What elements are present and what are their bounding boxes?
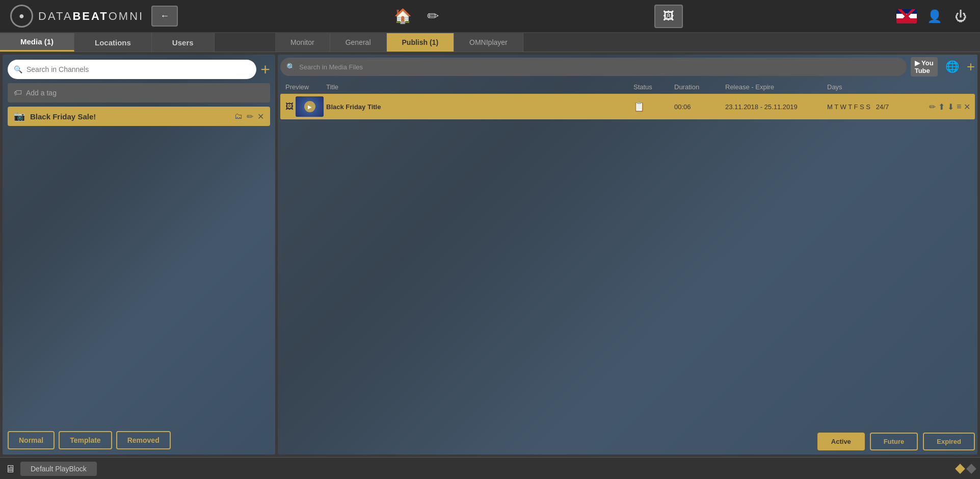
main-content: 🔍 + 🏷 Add a tag 📷 Black Friday Sale! 🗂 ✏ [0, 52, 980, 457]
tab-general[interactable]: General [330, 33, 387, 52]
row-days: M T W T F S S 24/7 [827, 103, 929, 111]
right-tabs: Monitor General Publish (1) OMNIplayer [275, 33, 980, 52]
future-filter-button[interactable]: Future [870, 433, 918, 450]
search-icon: 🔍 [14, 65, 22, 73]
tag-row[interactable]: 🏷 Add a tag [8, 83, 270, 103]
add-channel-button[interactable]: + [260, 61, 270, 78]
tag-icon: 🏷 [14, 88, 22, 97]
channel-search-box: 🔍 [8, 60, 256, 79]
right-panel: 🔍 ▶ YouTube 🌐 + Preview Title Status Dur… [278, 55, 977, 455]
row-title: Black Friday Title [326, 103, 633, 111]
expired-filter-button[interactable]: Expired [923, 433, 975, 450]
nav-left: ● DATABEATOMNI ← [10, 5, 178, 28]
play-overlay: ▶ [304, 101, 315, 112]
col-release: Release - Expire [725, 83, 827, 91]
col-days: Days [827, 83, 929, 91]
media-table: Preview Title Status Duration Release - … [280, 81, 975, 424]
channel-search-input[interactable] [27, 65, 250, 73]
media-filter-buttons: Active Future Expired [280, 428, 975, 452]
channel-folder-button[interactable]: 🗂 [234, 112, 243, 121]
channel-item[interactable]: 📷 Black Friday Sale! 🗂 ✏ ✕ [8, 107, 270, 126]
user-icon[interactable]: 👤 [924, 7, 945, 26]
col-duration: Duration [674, 83, 725, 91]
col-title: Title [326, 83, 633, 91]
tag-placeholder: Add a tag [26, 89, 57, 97]
tab-locations[interactable]: Locations [74, 33, 152, 52]
table-row[interactable]: 🖼 ▶ Black Friday Title 📋 00:06 [280, 94, 975, 119]
row-download-button[interactable]: ⬇ [947, 102, 954, 112]
col-preview: Preview [285, 83, 326, 91]
nav-center: 🏠 ✏ [391, 5, 441, 27]
channel-delete-button[interactable]: ✕ [257, 112, 264, 121]
left-panel: 🔍 + 🏷 Add a tag 📷 Black Friday Sale! 🗂 ✏ [3, 55, 275, 455]
template-button[interactable]: Template [59, 431, 112, 449]
row-status: 📋 [633, 101, 674, 112]
playblock-label: Default PlayBlock [20, 462, 97, 476]
row-media-type-icon: 🖼 [285, 102, 294, 111]
diamond-gold [955, 464, 965, 474]
channel-item-name: Black Friday Sale! [30, 112, 229, 121]
add-media-button[interactable]: + [967, 60, 975, 74]
channel-edit-button[interactable]: ✏ [247, 112, 253, 121]
channel-item-actions: 🗂 ✏ ✕ [234, 112, 264, 121]
row-menu-button[interactable]: ≡ [957, 102, 961, 111]
row-days-text: M T W T F S S [827, 103, 870, 111]
youtube-icon[interactable]: ▶ YouTube [911, 57, 938, 77]
row-status-icon: 📋 [633, 102, 645, 112]
playblock-diamonds [957, 465, 975, 472]
media-search-input[interactable] [299, 63, 900, 71]
row-release: 23.11.2018 - 25.11.2019 [725, 103, 827, 111]
normal-button[interactable]: Normal [8, 431, 55, 449]
diamond-gray [966, 464, 976, 474]
edit-button[interactable]: ✏ [425, 5, 441, 27]
row-duration: 00:06 [674, 103, 725, 111]
media-toolbar-right: ▶ YouTube 🌐 + [911, 57, 975, 77]
channel-item-icon: 📷 [14, 111, 25, 122]
table-header: Preview Title Status Duration Release - … [280, 81, 975, 94]
col-extra [929, 83, 970, 91]
tab-users[interactable]: Users [152, 33, 215, 52]
row-actions: ✏ ⬆ ⬇ ≡ ✕ [929, 102, 975, 112]
row-schedule: 24/7 [876, 103, 889, 111]
media-search-box: 🔍 [280, 58, 907, 76]
media-search-icon: 🔍 [286, 63, 295, 71]
tab-omniplayer[interactable]: OMNIplayer [454, 33, 523, 52]
row-close-button[interactable]: ✕ [964, 102, 970, 112]
monitor-icon-area[interactable]: 🖼 [654, 5, 683, 28]
back-button[interactable]: ← [151, 6, 178, 27]
logo-icon: ● [10, 5, 33, 28]
playblock-bar: 🖥 Default PlayBlock [0, 457, 980, 479]
left-tabs: Media (1) Locations Users [0, 33, 273, 52]
app-logo: ● DATABEATOMNI [10, 5, 144, 28]
row-preview: 🖼 ▶ [285, 96, 326, 117]
channel-search-row: 🔍 + [8, 60, 270, 79]
logo-text: DATABEATOMNI [38, 10, 144, 23]
flag-icon[interactable] [896, 9, 917, 23]
power-icon[interactable]: ⏻ [952, 7, 970, 26]
playblock-monitor-icon[interactable]: 🖥 [5, 463, 15, 475]
top-navigation: ● DATABEATOMNI ← 🏠 ✏ 🖼 👤 ⏻ [0, 0, 980, 33]
monitor-icon: 🖼 [663, 10, 674, 22]
row-edit-button[interactable]: ✏ [929, 102, 936, 112]
media-search-row: 🔍 ▶ YouTube 🌐 + [280, 57, 975, 77]
row-upload-button[interactable]: ⬆ [938, 102, 945, 112]
channel-bottom-buttons: Normal Template Removed [8, 428, 270, 449]
preview-thumbnail: ▶ [296, 96, 324, 117]
home-button[interactable]: 🏠 [391, 5, 414, 27]
tab-media[interactable]: Media (1) [0, 33, 74, 52]
col-status: Status [633, 83, 674, 91]
removed-button[interactable]: Removed [116, 431, 171, 449]
nav-right: 👤 ⏻ [896, 7, 970, 26]
channel-list: 📷 Black Friday Sale! 🗂 ✏ ✕ [8, 107, 270, 424]
active-filter-button[interactable]: Active [817, 433, 865, 450]
tab-publish[interactable]: Publish (1) [387, 33, 455, 52]
tab-monitor[interactable]: Monitor [275, 33, 330, 52]
globe-icon[interactable]: 🌐 [943, 58, 962, 76]
